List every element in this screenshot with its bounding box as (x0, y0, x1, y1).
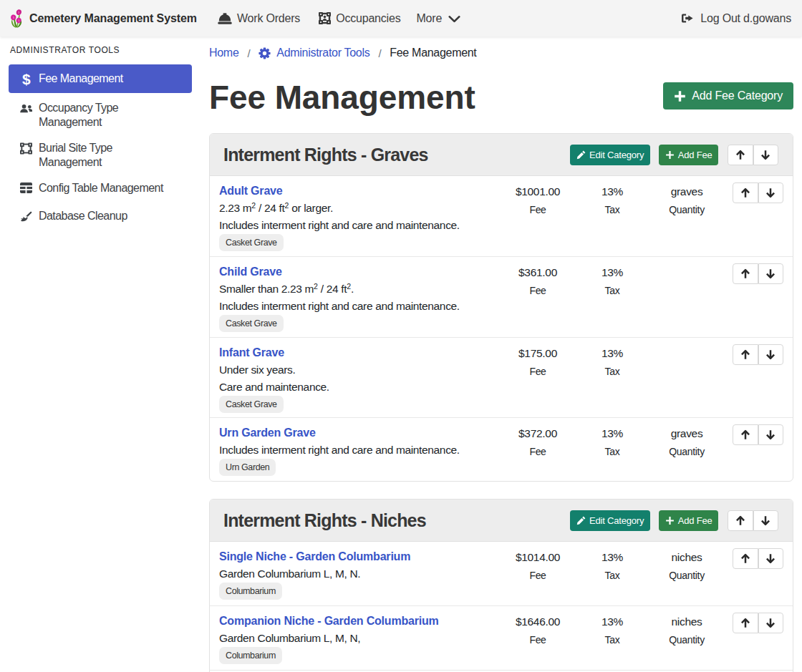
svg-text:$: $ (22, 72, 31, 87)
